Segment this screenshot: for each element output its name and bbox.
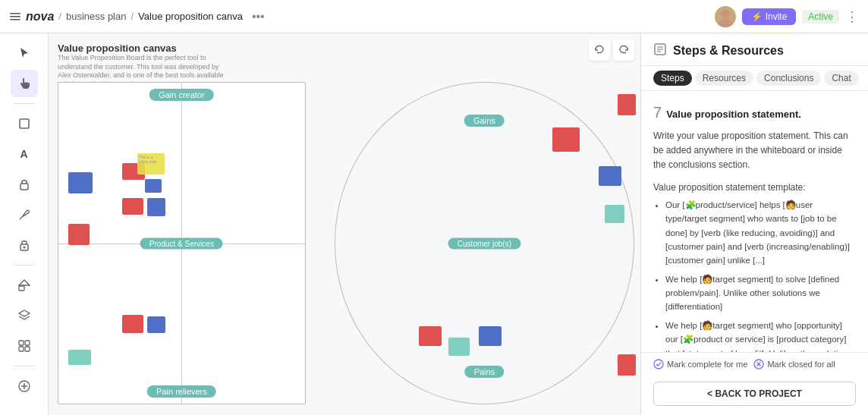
back-to-project-btn[interactable]: < BACK TO PROJECT	[653, 382, 856, 406]
intro-text: Write your value proposition statement. …	[653, 129, 856, 173]
breadcrumb-dots-btn[interactable]: •••	[247, 8, 269, 25]
block-red-2	[122, 198, 143, 215]
topbar-left: nova / business plan / Value proposition…	[9, 8, 709, 25]
status-badge: Active	[802, 10, 839, 24]
tool-frame[interactable]	[11, 110, 38, 137]
block-blue-3	[147, 316, 165, 333]
svg-rect-9	[19, 286, 24, 291]
tab-conclusions[interactable]: Conclusions	[756, 71, 821, 86]
svg-rect-1	[10, 16, 20, 17]
breadcrumb-sep1: /	[58, 11, 61, 22]
breadcrumb-sep2: /	[131, 11, 134, 22]
block-yellow-1: This is a sticky note	[137, 153, 165, 174]
bullet-3: We help [🧑target segment] who [opportuni…	[665, 319, 856, 352]
avatar	[715, 6, 736, 27]
tool-pen[interactable]	[11, 201, 38, 228]
tool-more[interactable]	[11, 373, 38, 400]
main-layout: A	[0, 33, 868, 415]
topbar: nova / business plan / Value proposition…	[0, 0, 868, 33]
panel-icon	[653, 42, 667, 59]
more-options-btn[interactable]: ⋮	[845, 8, 859, 25]
panel-actions: Mark complete for me Mark closed for all	[641, 352, 868, 376]
block-edge-red-1	[618, 94, 636, 115]
block-teal-1	[68, 350, 91, 365]
right-panel: Steps & Resources Steps Resources Conclu…	[640, 33, 868, 415]
sidebar-tools: A	[0, 33, 49, 415]
svg-rect-12	[19, 341, 24, 345]
svg-rect-13	[25, 341, 30, 345]
canvas-toolbar	[589, 39, 634, 61]
canvas-area[interactable]: Value proposition canvas The Value Propo…	[49, 33, 640, 415]
svg-point-23	[654, 360, 663, 369]
tool-text[interactable]: A	[11, 140, 38, 168]
panel-body: 7 Value proposition statement. Write you…	[641, 91, 868, 352]
bullet-1: Our [🧩product/service] helps [🧑user type…	[665, 198, 856, 268]
block-right-blue	[599, 166, 621, 186]
pains-label: Pains	[465, 366, 505, 378]
block-right-teal	[605, 205, 624, 223]
bullet-2: We help [🧑target segment] to solve [defi…	[665, 272, 856, 314]
breadcrumb-current: Value proposition canva	[138, 11, 243, 22]
block-blue-2	[147, 198, 165, 216]
tool-divider-3	[14, 366, 35, 366]
mark-closed-btn[interactable]: Mark closed for all	[753, 359, 835, 369]
panel-title: Steps & Resources	[673, 44, 784, 58]
product-services-label: Product & Services	[140, 237, 223, 249]
svg-rect-5	[20, 119, 29, 128]
breadcrumb-business-plan[interactable]: business plan	[66, 11, 127, 22]
value-map-rect: Gain creator Pain relievers Product & Se…	[58, 82, 306, 404]
block-pains-red	[419, 326, 442, 346]
tab-steps[interactable]: Steps	[653, 71, 692, 86]
svg-marker-11	[19, 310, 30, 316]
gain-creator-label: Gain creator	[149, 89, 214, 101]
svg-rect-14	[19, 347, 24, 351]
tool-hand[interactable]	[11, 70, 38, 97]
svg-point-8	[23, 247, 25, 249]
svg-point-4	[718, 19, 733, 27]
svg-rect-6	[20, 184, 28, 190]
invite-button[interactable]: ⚡ Invite	[742, 8, 797, 25]
step-number: 7	[653, 100, 662, 124]
svg-rect-15	[25, 347, 30, 351]
block-blue-4	[68, 172, 93, 193]
template-label: Value proposition statement template:	[653, 181, 856, 195]
svg-marker-10	[19, 280, 30, 285]
gains-label: Gains	[464, 115, 505, 127]
vp-canvas[interactable]: Gain creator Pain relievers Product & Se…	[58, 71, 634, 406]
customer-profile-circle: Gains Pains Customer job(s)	[335, 82, 634, 404]
tool-lock[interactable]	[11, 171, 38, 198]
tab-chat[interactable]: Chat	[824, 71, 858, 86]
invite-icon: ⚡	[751, 11, 763, 22]
block-blue-1	[145, 179, 162, 193]
svg-point-3	[721, 9, 730, 18]
bullet-list: Our [🧩product/service] helps [🧑user type…	[653, 198, 856, 352]
logo: nova	[26, 10, 54, 24]
pain-relievers-label: Pain relievers	[147, 385, 216, 398]
undo-btn[interactable]	[589, 39, 610, 61]
svg-rect-2	[10, 19, 20, 20]
block-pains-teal	[448, 338, 470, 356]
block-gains-red	[552, 127, 580, 152]
tool-shapes[interactable]	[11, 272, 38, 299]
tool-components[interactable]	[11, 332, 38, 360]
block-pains-blue	[479, 326, 502, 346]
tool-divider-2	[14, 265, 35, 266]
panel-header: Steps & Resources	[641, 33, 868, 66]
panel-tabs: Steps Resources Conclusions Chat	[641, 66, 868, 91]
topbar-right: ⚡ Invite Active ⋮	[715, 6, 859, 27]
tool-lock2[interactable]	[11, 231, 38, 259]
customer-jobs-label: Customer job(s)	[448, 237, 520, 249]
block-red-3	[122, 315, 143, 333]
tool-divider-1	[14, 103, 35, 104]
mark-complete-btn[interactable]: Mark complete for me	[653, 359, 747, 369]
tool-select[interactable]	[11, 39, 38, 67]
tab-resources[interactable]: Resources	[695, 71, 753, 86]
svg-rect-0	[10, 13, 20, 14]
vp-title: Value proposition canvas	[58, 42, 225, 54]
menu-icon[interactable]	[9, 11, 21, 23]
block-edge-red-2	[618, 354, 636, 376]
step-heading: Value proposition statement.	[666, 107, 801, 123]
redo-btn[interactable]	[613, 39, 634, 61]
tool-layers[interactable]	[11, 302, 38, 329]
block-red-4	[68, 224, 90, 245]
